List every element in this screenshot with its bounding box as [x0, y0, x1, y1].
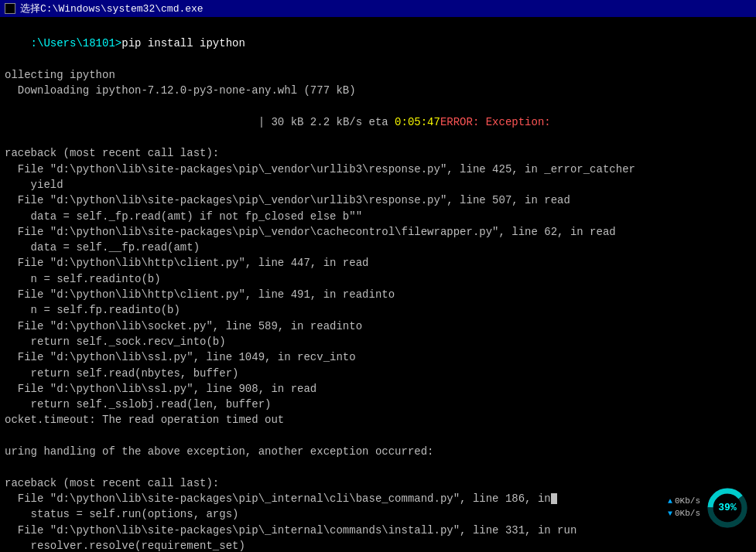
terminal-line: :\Users\18101>pip install ipython: [5, 20, 751, 67]
prompt: :\Users\18101>: [31, 37, 122, 49]
terminal-line-download: | 30 kB 2.2 kB/s eta 0:05:47ERROR: Excep…: [5, 98, 751, 145]
terminal-line: File "d:\python\lib\socket.py", line 589…: [5, 319, 751, 334]
terminal-line: raceback (most recent call last):: [5, 145, 751, 161]
terminal-line: data = self._fp.read(amt) if not fp_clos…: [5, 209, 751, 224]
title-bar-text: 选择C:\Windows\system32\cmd.exe: [20, 2, 204, 15]
terminal-line: n = self.readinto(b): [5, 271, 751, 287]
title-bar: 选择C:\Windows\system32\cmd.exe: [0, 0, 756, 17]
terminal-line: ollecting ipython: [5, 67, 751, 83]
cpu-donut-chart: 39%: [706, 487, 748, 529]
terminal-line: File "d:\python\lib\site-packages\pip\_v…: [5, 193, 751, 208]
terminal-line: return self.read(nbytes, buffer): [5, 366, 751, 381]
cpu-percentage: 39%: [718, 501, 736, 516]
terminal-line: n = self.fp.readinto(b): [5, 302, 751, 318]
terminal-line: [5, 428, 751, 444]
terminal-line: Downloading ipython-7.12.0-py3-none-any.…: [5, 83, 751, 98]
terminal-line: uring handling of the above exception, a…: [5, 444, 751, 459]
terminal-line: File "d:\python\lib\site-packages\pip\_v…: [5, 224, 751, 240]
cursor: [551, 493, 557, 504]
terminal-line: File "d:\python\lib\http\client.py", lin…: [5, 287, 751, 302]
terminal-line: File "d:\python\lib\site-packages\pip\_i…: [5, 523, 751, 538]
download-speed-value: 0Kb/s: [675, 508, 700, 520]
terminal-line: data = self.__fp.read(amt): [5, 240, 751, 255]
terminal-line: return self._sslobj.read(len, buffer): [5, 397, 751, 412]
network-widget: ▲ 0Kb/s ▼ 0Kb/s 39%: [668, 487, 748, 529]
terminal-line: [5, 459, 751, 475]
terminal-line: yield: [5, 177, 751, 193]
terminal-line: File "d:\python\lib\site-packages\pip\_v…: [5, 162, 751, 177]
upload-arrow-icon: ▲: [668, 496, 672, 508]
upload-speed-value: 0Kb/s: [675, 496, 700, 508]
terminal-line: status = self.run(options, args): [5, 506, 751, 522]
terminal-line: File "d:\python\lib\ssl.py", line 908, i…: [5, 381, 751, 397]
terminal-body: :\Users\18101>pip install ipython ollect…: [0, 17, 756, 552]
terminal-line: return self._sock.recv_into(b): [5, 334, 751, 349]
terminal-line: File "d:\python\lib\site-packages\pip\_i…: [5, 491, 751, 506]
terminal-line: raceback (most recent call last):: [5, 475, 751, 491]
download-arrow-icon: ▼: [668, 509, 672, 520]
cmd-icon: [5, 3, 15, 14]
terminal-line: resolver.resolve(requirement_set): [5, 538, 751, 552]
terminal-line: File "d:\python\lib\http\client.py", lin…: [5, 255, 751, 271]
speed-info: ▲ 0Kb/s ▼ 0Kb/s: [668, 496, 700, 520]
download-speed: ▼ 0Kb/s: [668, 508, 700, 520]
terminal-line: File "d:\python\lib\ssl.py", line 1049, …: [5, 349, 751, 365]
upload-speed: ▲ 0Kb/s: [668, 496, 700, 508]
terminal-line: ocket.timeout: The read operation timed …: [5, 412, 751, 428]
